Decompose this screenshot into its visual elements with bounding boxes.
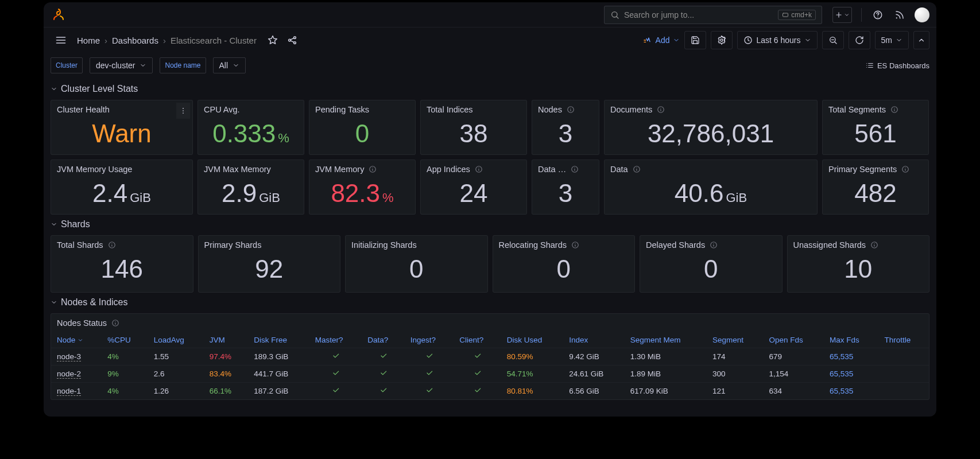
breadcrumb-home[interactable]: Home	[77, 36, 100, 45]
panel-title: Total Indices	[421, 100, 526, 114]
panel-menu-button[interactable]	[176, 103, 190, 119]
stat-panel: Unassigned Shards10	[787, 235, 930, 293]
nodes-status-panel: Nodes Status Node %CPULoadAvgJVMDisk Fre…	[51, 313, 929, 400]
panel-value: 2.4GiB	[51, 174, 192, 217]
plus-icon	[835, 11, 843, 19]
panel-title: JVM Memory	[309, 160, 415, 174]
info-icon	[108, 241, 116, 249]
dashboard-links[interactable]: ES Dashboards	[866, 61, 929, 70]
panel-value: 561	[823, 114, 928, 158]
table-header[interactable]: Max Fds	[824, 332, 878, 348]
svg-point-3	[896, 17, 897, 18]
section-shards[interactable]: Shards	[51, 219, 929, 230]
sort-icon	[78, 337, 83, 343]
info-icon	[890, 106, 898, 114]
table-header[interactable]: LoadAvg	[148, 332, 204, 348]
panel-value: Warn	[51, 114, 192, 158]
save-button[interactable]	[684, 31, 706, 49]
stat-panel: JVM Memory Usage2.4GiB	[51, 160, 193, 215]
refresh-button[interactable]	[849, 31, 870, 49]
rss-icon	[894, 10, 905, 20]
table-header[interactable]: Master?	[309, 332, 362, 348]
add-button[interactable]: Add	[643, 36, 680, 45]
search-input[interactable]: Search or jump to... cmd+k	[604, 6, 822, 24]
table-header[interactable]: Client?	[454, 332, 501, 348]
panel-value: 2.9GiB	[198, 174, 304, 217]
favorite-button[interactable]	[266, 33, 280, 47]
check-icon	[379, 352, 388, 360]
zoom-out-icon	[828, 36, 838, 45]
table-header[interactable]: Data?	[362, 332, 405, 348]
section-cluster-stats[interactable]: Cluster Level Stats	[51, 84, 929, 94]
stat-panel: Data …3	[532, 160, 599, 215]
table-row: node-34%1.5597.4%189.3 GiB80.59%9.42 GiB…	[51, 348, 929, 365]
kebab-icon	[179, 107, 187, 115]
node-cell[interactable]: node-1	[51, 383, 102, 400]
panel-title: Data …	[532, 160, 599, 174]
section-nodes-indices[interactable]: Nodes & Indices	[51, 297, 929, 308]
settings-button[interactable]	[711, 31, 733, 49]
user-avatar[interactable]	[915, 7, 929, 22]
table-header[interactable]: Disk Free	[248, 332, 309, 348]
stat-panel: App Indices24	[420, 160, 527, 215]
menu-button[interactable]	[51, 30, 71, 50]
chevron-down-icon	[233, 62, 239, 69]
help-button[interactable]	[871, 8, 885, 22]
info-icon	[710, 241, 718, 249]
var-node-select[interactable]: All	[213, 57, 246, 73]
stat-panel: JVM Memory82.3%	[309, 160, 416, 215]
table-header[interactable]: Ingest?	[405, 332, 454, 348]
panel-value: 82.3%	[309, 174, 415, 217]
panel-value: 0	[493, 250, 635, 293]
panel-value: 32,786,031	[605, 114, 817, 158]
info-icon	[870, 241, 878, 249]
svg-point-7	[721, 39, 723, 41]
table-header[interactable]: Disk Used	[501, 332, 563, 348]
table-row: node-29%2.683.4%441.7 GiB54.71%24.61 GiB…	[51, 365, 929, 383]
panel-title: JVM Max Memory	[198, 160, 304, 174]
stat-panel: Total Shards146	[51, 235, 193, 293]
table-row: node-14%1.2666.1%187.2 GiB80.81%6.56 GiB…	[51, 383, 929, 400]
check-icon	[332, 352, 340, 360]
var-cluster-select[interactable]: dev-cluster	[90, 57, 153, 73]
chevron-down-icon	[844, 12, 850, 18]
top-bar: Search or jump to... cmd+k	[44, 2, 936, 28]
table-header[interactable]: Throttle	[878, 332, 929, 348]
stat-panel: Delayed Shards0	[640, 235, 783, 293]
panel-value: 0	[640, 250, 782, 293]
panel-title: Documents	[605, 100, 817, 114]
gear-icon	[717, 36, 726, 45]
news-button[interactable]	[893, 8, 907, 22]
table-header[interactable]: Segment Mem	[625, 332, 707, 348]
search-placeholder: Search or jump to...	[624, 10, 694, 20]
collapse-button[interactable]	[913, 31, 929, 49]
node-cell[interactable]: node-2	[51, 365, 102, 383]
check-icon	[425, 369, 433, 377]
refresh-interval-picker[interactable]: 5m	[875, 31, 909, 49]
table-header[interactable]: Segment	[707, 332, 763, 348]
table-header[interactable]: Index	[563, 332, 624, 348]
chevron-down-icon	[896, 37, 902, 44]
node-cell[interactable]: node-3	[51, 348, 102, 365]
stats-row-1: Cluster HealthWarnCPU Avg.0.333%Pending …	[51, 100, 929, 155]
breadcrumb-dashboards[interactable]: Dashboards	[112, 36, 158, 45]
panel-title: Relocating Shards	[493, 236, 635, 250]
table-header[interactable]: Node	[51, 332, 102, 348]
table-header[interactable]: %CPU	[102, 332, 148, 348]
zoom-out-button[interactable]	[822, 31, 844, 49]
share-button[interactable]	[285, 33, 299, 47]
table-header[interactable]: Open Fds	[764, 332, 824, 348]
panel-title: Total Segments	[823, 100, 928, 114]
check-icon	[474, 352, 482, 360]
info-icon	[901, 165, 909, 173]
panel-title: Primary Shards	[199, 236, 340, 250]
chevron-up-icon	[917, 36, 925, 44]
stat-panel: Initializing Shards0	[345, 235, 488, 293]
create-button[interactable]	[832, 7, 852, 23]
search-icon	[610, 10, 619, 20]
panel-value: 40.6GiB	[605, 174, 817, 217]
table-header[interactable]: JVM	[204, 332, 249, 348]
time-range-picker[interactable]: Last 6 hours	[737, 31, 817, 49]
clock-icon	[743, 36, 753, 45]
grafana-logo-icon[interactable]	[51, 7, 67, 23]
